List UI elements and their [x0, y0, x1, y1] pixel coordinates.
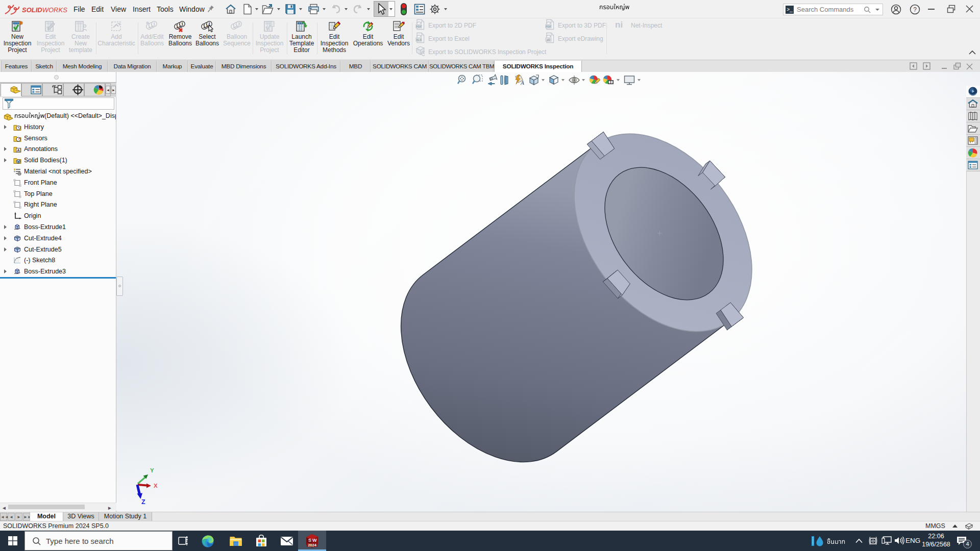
svg-text:X: X: [154, 483, 158, 489]
svg-text:2024: 2024: [308, 543, 317, 547]
svg-text:Y: Y: [150, 467, 154, 473]
svg-text:A: A: [17, 148, 19, 152]
svg-text:S: S: [308, 538, 311, 543]
svg-text:Z: Z: [141, 498, 145, 505]
svg-text:W: W: [312, 538, 317, 543]
